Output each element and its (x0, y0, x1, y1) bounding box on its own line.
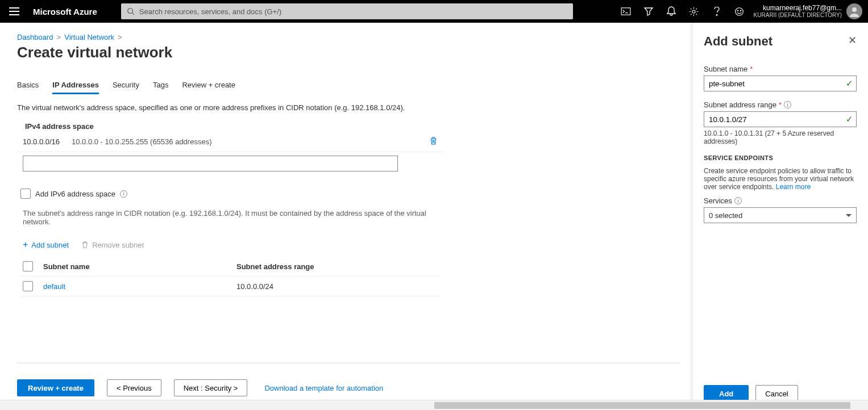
address-cidr: 10.0.0.0/16 (23, 137, 72, 146)
search-placeholder: Search resources, services, and docs (G+… (139, 7, 281, 16)
svg-point-5 (736, 7, 744, 15)
tab-review[interactable]: Review + create (182, 77, 235, 94)
svg-point-6 (737, 10, 738, 11)
tab-ip-addresses[interactable]: IP Addresses (52, 77, 99, 94)
user-email: kumarneeraj.feb77@gm... (754, 5, 842, 12)
row-checkbox[interactable] (23, 281, 33, 291)
breadcrumb-sep-2: > (118, 33, 122, 41)
feedback-icon[interactable] (729, 0, 750, 23)
subnet-range-hint: 10.0.1.0 - 10.0.1.31 (27 + 5 Azure reser… (704, 129, 857, 145)
svg-point-7 (740, 10, 741, 11)
subnet-name-label: Subnet name* (704, 65, 857, 73)
user-block[interactable]: kumarneeraj.feb77@gm... KURARII (DEFAULT… (754, 5, 845, 18)
user-directory: KURARII (DEFAULT DIRECTORY) (754, 12, 842, 18)
directory-filter-icon[interactable] (638, 0, 659, 23)
ipv6-checkbox[interactable] (20, 189, 31, 199)
trash-icon (81, 241, 89, 249)
cloud-shell-icon[interactable] (615, 0, 637, 23)
breadcrumb-dashboard[interactable]: Dashboard (17, 33, 53, 41)
service-endpoints-text: Create service endpoint policies to allo… (704, 167, 857, 191)
svg-line-1 (132, 13, 134, 15)
subnet-range-label: Subnet address range* i (704, 101, 857, 109)
remove-subnet-button: Remove subnet (81, 241, 144, 249)
search-icon (127, 7, 135, 15)
info-icon[interactable]: i (784, 101, 791, 108)
address-space-row: 10.0.0.0/16 10.0.0.0 - 10.0.255.255 (655… (17, 134, 443, 152)
valid-check-icon: ✓ (846, 78, 853, 89)
download-template-link[interactable]: Download a template for automation (264, 384, 383, 392)
brand-label: Microsoft Azure (33, 7, 97, 16)
col-subnet-range: Subnet address range (236, 262, 439, 271)
svg-point-0 (128, 9, 133, 14)
svg-point-3 (692, 10, 695, 12)
breadcrumb-sep: > (57, 33, 61, 41)
subnet-name-input[interactable] (704, 76, 857, 91)
subnet-table: Subnet name Subnet address range default… (20, 257, 441, 296)
global-search[interactable]: Search resources, services, and docs (G+… (121, 3, 573, 19)
tab-basics[interactable]: Basics (17, 77, 39, 94)
subnet-table-header: Subnet name Subnet address range (20, 257, 441, 277)
subnet-help: The subnet's address range in CIDR notat… (23, 209, 426, 226)
subnet-name-link[interactable]: default (43, 282, 65, 291)
ipv6-label: Add IPv6 address space (35, 190, 115, 198)
wizard-footer: Review + create < Previous Next : Securi… (17, 363, 680, 396)
next-button[interactable]: Next : Security > (174, 379, 248, 396)
svg-point-4 (716, 15, 717, 16)
valid-check-icon: ✓ (846, 114, 853, 124)
col-subnet-name: Subnet name (43, 262, 236, 271)
help-icon[interactable] (706, 0, 728, 23)
svg-rect-2 (621, 8, 630, 15)
select-all-checkbox[interactable] (23, 261, 33, 271)
ipv4-help: The virtual network's address space, spe… (17, 103, 426, 112)
delete-address-icon[interactable] (429, 136, 438, 147)
menu-icon[interactable] (9, 7, 19, 15)
notifications-icon[interactable] (661, 0, 682, 23)
service-endpoints-heading: SERVICE ENDPOINTS (704, 154, 857, 161)
previous-button[interactable]: < Previous (107, 379, 161, 396)
info-icon[interactable]: i (120, 190, 127, 198)
top-icons: kumarneeraj.feb77@gm... KURARII (DEFAULT… (615, 0, 862, 23)
services-dropdown[interactable]: 0 selected (704, 207, 857, 223)
settings-gear-icon[interactable] (683, 0, 705, 23)
top-bar: Microsoft Azure Search resources, servic… (0, 0, 868, 23)
address-desc: 10.0.0.0 - 10.0.255.255 (65536 addresses… (72, 137, 211, 146)
close-icon[interactable]: ✕ (848, 34, 857, 47)
panel-title: Add subnet (704, 34, 773, 49)
subnet-range-cell: 10.0.0.0/24 (236, 282, 439, 291)
svg-point-8 (852, 7, 857, 12)
tab-tags[interactable]: Tags (153, 77, 168, 94)
user-avatar[interactable] (846, 3, 862, 19)
plus-icon: + (23, 240, 28, 250)
new-address-input[interactable] (23, 156, 398, 171)
learn-more-link[interactable]: Learn more (776, 183, 811, 191)
info-icon[interactable]: i (734, 197, 742, 204)
add-subnet-panel: Add subnet ✕ Subnet name* ✓ Subnet addre… (692, 23, 868, 410)
review-create-button[interactable]: Review + create (17, 379, 94, 396)
tab-security[interactable]: Security (113, 77, 139, 94)
breadcrumb-vnet[interactable]: Virtual Network (64, 33, 114, 41)
horizontal-scrollbar[interactable] (0, 400, 868, 410)
subnet-range-input[interactable] (704, 111, 857, 127)
subnet-row: default 10.0.0.0/24 (20, 277, 441, 296)
add-subnet-button[interactable]: + Add subnet (23, 240, 69, 250)
services-label: Services i (704, 196, 857, 205)
